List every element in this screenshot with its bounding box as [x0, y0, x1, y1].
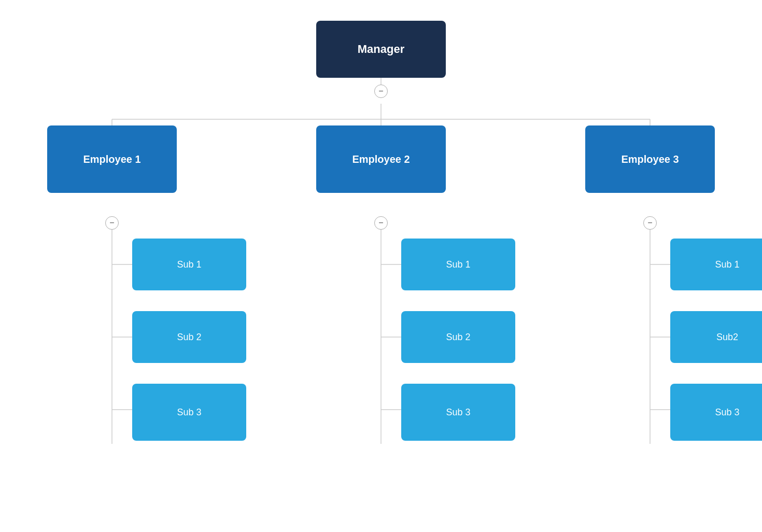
employee-2-sub-2-node: Sub 2: [401, 311, 515, 363]
employee-2-node: Employee 2: [316, 125, 446, 193]
employee-3-collapse-btn[interactable]: [643, 216, 657, 230]
employee-3-label: Employee 3: [621, 153, 679, 165]
employee-1-label: Employee 1: [83, 153, 140, 165]
manager-node: Manager: [316, 21, 446, 78]
employee-2-collapse-btn[interactable]: [374, 216, 388, 230]
employee-2-sub-1-label: Sub 1: [446, 259, 470, 270]
manager-box: Manager: [316, 21, 446, 78]
employee-3-sub-2-box: Sub2: [670, 311, 762, 363]
employee-1-sub-3-label: Sub 3: [177, 407, 201, 418]
employee-1-sub-1-label: Sub 1: [177, 259, 201, 270]
employee-3-node: Employee 3: [585, 125, 715, 193]
employee-2-sub-3-box: Sub 3: [401, 384, 515, 441]
employee-1-box: Employee 1: [47, 125, 177, 193]
employee-3-box: Employee 3: [585, 125, 715, 193]
employee-2-sub-1-box: Sub 1: [401, 239, 515, 290]
employee-2-box: Employee 2: [316, 125, 446, 193]
employee-2-sub-3-node: Sub 3: [401, 384, 515, 441]
employee-2-sub-1-node: Sub 1: [401, 239, 515, 290]
org-chart: Manager Employee 1 Sub 1 Sub 2 Sub 3 Emp…: [0, 0, 762, 532]
employee-1-sub-3-node: Sub 3: [132, 384, 246, 441]
employee-2-sub-3-label: Sub 3: [446, 407, 470, 418]
employee-2-sub-2-label: Sub 2: [446, 332, 470, 343]
employee-3-sub-3-node: Sub 3: [670, 384, 762, 441]
employee-3-sub-3-label: Sub 3: [715, 407, 739, 418]
connector-lines: [0, 0, 762, 532]
employee-1-collapse-btn[interactable]: [105, 216, 119, 230]
employee-3-sub-1-label: Sub 1: [715, 259, 739, 270]
manager-collapse-btn[interactable]: [374, 85, 388, 98]
employee-2-label: Employee 2: [352, 153, 410, 165]
employee-1-sub-1-node: Sub 1: [132, 239, 246, 290]
employee-3-sub-1-box: Sub 1: [670, 239, 762, 290]
employee-1-sub-3-box: Sub 3: [132, 384, 246, 441]
employee-3-sub-2-node: Sub2: [670, 311, 762, 363]
employee-1-sub-1-box: Sub 1: [132, 239, 246, 290]
employee-1-sub-2-box: Sub 2: [132, 311, 246, 363]
employee-3-sub-2-label: Sub2: [716, 332, 738, 343]
manager-label: Manager: [358, 43, 404, 56]
employee-2-sub-2-box: Sub 2: [401, 311, 515, 363]
employee-1-node: Employee 1: [47, 125, 177, 193]
employee-3-sub-3-box: Sub 3: [670, 384, 762, 441]
employee-1-sub-2-label: Sub 2: [177, 332, 201, 343]
employee-3-sub-1-node: Sub 1: [670, 239, 762, 290]
employee-1-sub-2-node: Sub 2: [132, 311, 246, 363]
